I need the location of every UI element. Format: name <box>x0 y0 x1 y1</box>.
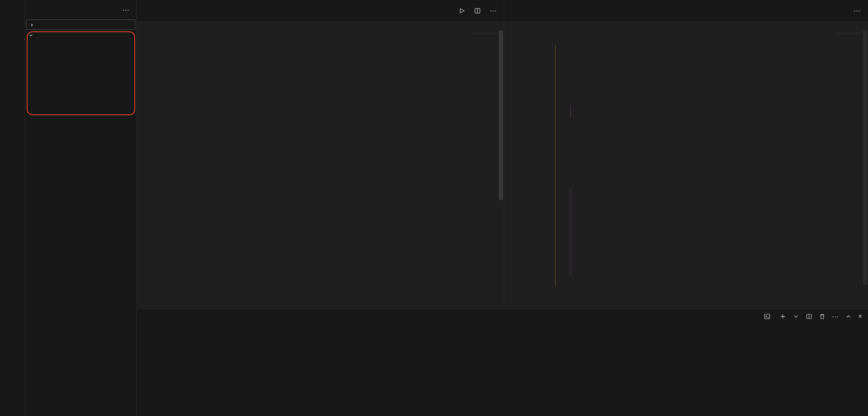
sidebar-header: ⋯ <box>25 0 136 19</box>
run-file-button[interactable] <box>458 7 465 14</box>
panel-header: ⋯ × <box>137 309 868 324</box>
breadcrumb <box>137 21 504 31</box>
split-editor-icon[interactable] <box>474 7 481 14</box>
line-numbers <box>504 31 531 308</box>
annotation-highlight <box>27 31 135 115</box>
chevron-down-icon: › <box>28 32 35 38</box>
editor-groups: ⋯ ⋯ <box>137 0 868 308</box>
terminal-dropdown-icon[interactable] <box>793 313 799 320</box>
scrollbar[interactable] <box>498 31 504 308</box>
panel-actions: ⋯ × <box>764 313 862 321</box>
minimap[interactable] <box>471 33 498 34</box>
folder-root[interactable]: › <box>25 30 136 41</box>
more-actions-icon[interactable]: ⋯ <box>832 313 839 321</box>
tab-bar-right: ⋯ <box>504 0 868 21</box>
activity-bar <box>0 0 25 416</box>
more-actions-icon[interactable]: ⋯ <box>122 6 130 14</box>
indent-guide <box>570 190 571 275</box>
split-terminal-icon[interactable] <box>806 313 812 320</box>
editor-group-right: ⋯ <box>504 0 868 308</box>
code-editor[interactable] <box>531 31 868 308</box>
code-area-left <box>137 31 504 308</box>
line-numbers <box>137 31 164 308</box>
tab-bar-left: ⋯ <box>137 0 504 21</box>
indent-guide <box>570 105 571 117</box>
editor-group-left: ⋯ <box>137 0 504 308</box>
code-editor[interactable] <box>164 31 504 308</box>
close-panel-icon[interactable]: × <box>858 313 862 320</box>
scrollbar[interactable] <box>862 31 868 308</box>
maximize-panel-icon[interactable] <box>845 313 852 320</box>
indent-guide <box>555 45 556 286</box>
more-actions-icon[interactable]: ⋯ <box>854 7 860 15</box>
editor-actions-right: ⋯ <box>854 0 868 21</box>
minimap[interactable] <box>835 33 862 34</box>
chevron-right-icon: › <box>29 21 35 28</box>
more-actions-icon[interactable]: ⋯ <box>490 7 496 15</box>
kill-terminal-icon[interactable] <box>819 313 826 320</box>
new-terminal-icon[interactable] <box>779 313 786 320</box>
editor-actions-left: ⋯ <box>458 0 504 21</box>
explorer-sidebar: ⋯ › › <box>25 0 137 416</box>
code-area-right <box>504 31 868 308</box>
breadcrumb <box>504 21 868 31</box>
bottom-panel: ⋯ × <box>137 308 868 416</box>
terminal[interactable] <box>137 324 868 330</box>
open-editors-section[interactable]: › <box>26 19 135 30</box>
workbench-main: ⋯ ⋯ <box>137 0 868 416</box>
terminal-profile-button[interactable] <box>764 313 773 320</box>
vscode-window: ⋯ › › <box>0 0 868 416</box>
